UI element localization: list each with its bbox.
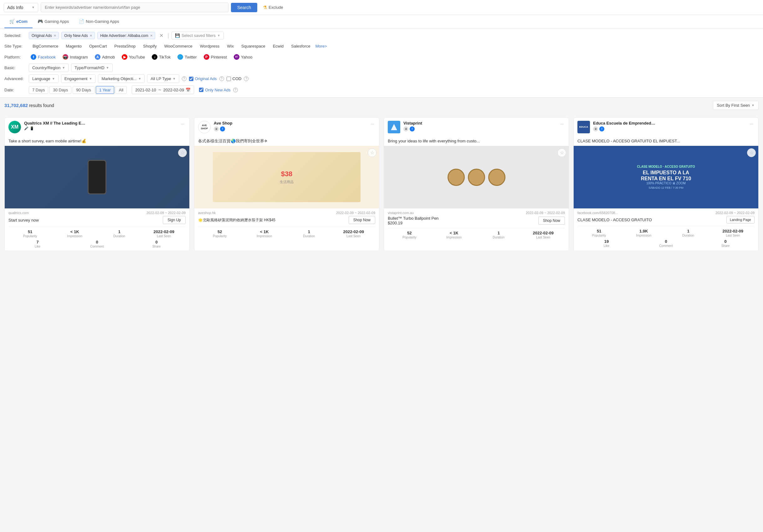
site-type-wix[interactable]: Wix xyxy=(223,42,238,51)
original-ads-checkbox-wrap[interactable]: Original Ads xyxy=(189,76,217,81)
tag-original-ads-remove[interactable]: × xyxy=(54,33,56,38)
date-90days[interactable]: 90 Days xyxy=(72,86,94,94)
site-type-bigcommerce[interactable]: BigCommerce xyxy=(29,42,62,51)
card-qualtrics-domain-row: qualtrics.com 2022-02-09 ~ 2022-02-09 xyxy=(8,211,185,215)
stat-last-seen-value: 2022-02-09 xyxy=(711,229,755,234)
language-dropdown[interactable]: Language ▼ xyxy=(29,74,58,83)
engagement-dropdown[interactable]: Engagement ▼ xyxy=(61,74,96,83)
educa-graphic: CLASE MODELO · ACCESO GRATUITO EL IMPUES… xyxy=(577,165,755,189)
date-1year[interactable]: 1 Year xyxy=(96,86,114,94)
platform-youtube[interactable]: ▶ YouTube xyxy=(120,53,147,61)
tab-gaming-apps[interactable]: 🎮 Gaming Apps xyxy=(33,15,74,28)
stat-duration: 1 Duration xyxy=(287,229,331,238)
chevron-down-icon: ▼ xyxy=(52,77,55,80)
type-format-dropdown[interactable]: Type/Format/HD ▼ xyxy=(71,63,112,72)
site-type-ecwid[interactable]: Ecwid xyxy=(269,42,287,51)
site-type-opencart[interactable]: OpenCart xyxy=(85,42,110,51)
card-qualtrics-star[interactable]: ☆ xyxy=(178,148,187,157)
site-type-squarespace[interactable]: Squarespace xyxy=(238,42,269,51)
card-ave-cta[interactable]: Shop Now xyxy=(349,216,375,224)
original-ads-help-icon[interactable]: ? xyxy=(219,76,224,81)
sticker-3 xyxy=(488,169,505,186)
basic-label: Basic: xyxy=(4,65,26,70)
date-7days[interactable]: 7 Days xyxy=(29,86,48,94)
card-educa-product-row: CLASE MODELO - ACCESO GRATUITO Landing P… xyxy=(578,216,755,223)
card-educa-more[interactable]: ··· xyxy=(749,121,755,127)
search-input-wrap xyxy=(41,3,228,12)
lp-type-help-icon[interactable]: ? xyxy=(182,76,186,81)
clear-all-button[interactable]: ✕ xyxy=(158,32,165,39)
card-qualtrics-cta[interactable]: Sign Up xyxy=(163,216,185,224)
card-educa-domain: facebook.com/65820708... xyxy=(578,211,618,215)
tag-hide-advertiser-remove[interactable]: × xyxy=(150,33,153,38)
platform-items: f Facebook 📷 Instagram A Admob ▶ YouTube… xyxy=(29,53,255,61)
only-new-ads-checkbox-wrap[interactable]: Only New Ads xyxy=(199,88,231,92)
card-ave-stats: 52 Popularity < 1K Impression 1 Duration… xyxy=(198,227,375,238)
card-qualtrics-more[interactable]: ··· xyxy=(180,121,185,127)
card-ave-more[interactable]: ··· xyxy=(369,121,375,127)
cod-checkbox[interactable] xyxy=(227,77,231,81)
marketing-objective-dropdown[interactable]: Marketing Objecti... ▼ xyxy=(98,74,145,83)
platform-tiktok[interactable]: ♪ TikTok xyxy=(150,53,172,61)
platform-twitter[interactable]: 🐦 Twitter xyxy=(175,53,198,61)
card-educa-cta[interactable]: Landing Page xyxy=(726,216,755,223)
card-qualtrics-footer: qualtrics.com 2022-02-09 ~ 2022-02-09 St… xyxy=(5,208,189,251)
stat-last-seen-value: 2022-02-09 xyxy=(522,231,565,235)
type-format-label: Type/Format/HD xyxy=(74,65,104,70)
site-type-woocommerce[interactable]: WooCommerce xyxy=(161,42,196,51)
card-vistaprint-more[interactable]: ··· xyxy=(559,121,565,127)
tag-only-new-ads-label: Only New Ads xyxy=(64,34,88,38)
only-new-ads-checkbox[interactable] xyxy=(199,88,203,92)
exclude-button[interactable]: ⚗ Exclude xyxy=(260,3,286,12)
sort-button[interactable]: Sort By First Seen ▼ xyxy=(713,101,759,110)
stat-popularity-label: Popularity xyxy=(388,236,431,239)
eng-like-value: 19 xyxy=(578,239,636,244)
tab-nongaming-apps[interactable]: 📄 Non-Gaming Apps xyxy=(74,15,124,28)
search-input[interactable] xyxy=(41,3,228,12)
original-ads-checkbox-label: Original Ads xyxy=(195,76,217,81)
date-range-picker[interactable]: 2021-02-10 ～ 2022-02-09 📅 xyxy=(132,85,194,94)
lp-type-dropdown[interactable]: All LP Type ▼ xyxy=(147,74,179,83)
educa-date: SÁBADO 12 FEB / 7:30 PM xyxy=(577,186,755,189)
site-type-magento[interactable]: Magento xyxy=(62,42,85,51)
stat-impression-label: Impression xyxy=(622,234,666,237)
more-site-types-button[interactable]: More> xyxy=(314,42,328,51)
card-ave-info: Ave Shop 🖥 f xyxy=(214,121,366,132)
date-row: Date: 7 Days 30 Days 90 Days 1 Year All … xyxy=(4,85,759,94)
tag-original-ads-label: Original Ads xyxy=(32,34,52,38)
site-type-wordpress[interactable]: Wordpress xyxy=(196,42,223,51)
site-type-shopify[interactable]: Shopify xyxy=(139,42,160,51)
stat-duration: 1 Duration xyxy=(98,229,141,238)
card-ave-img-wrap: $38 生活用品 ☆ xyxy=(194,146,379,208)
platform-pinterest[interactable]: P Pinterest xyxy=(202,53,229,61)
saved-filters-button[interactable]: 💾 Select saved filters ▼ xyxy=(171,32,224,40)
platform-admob[interactable]: A Admob xyxy=(93,53,117,61)
stat-popularity: 51 Popularity xyxy=(8,229,52,238)
tag-only-new-ads-remove[interactable]: × xyxy=(90,33,92,38)
site-type-prestashop[interactable]: PrestaShop xyxy=(110,42,139,51)
platform-instagram[interactable]: 📷 Instagram xyxy=(61,53,90,61)
date-30days[interactable]: 30 Days xyxy=(50,86,71,94)
card-ave-product-row: 🌟北歐風格矽藻泥簡約收納瀝水筷子架 HK$45 Shop Now xyxy=(198,216,375,224)
site-type-salesforce[interactable]: Salesforce xyxy=(287,42,314,51)
card-educa-star[interactable]: ☆ xyxy=(747,148,756,157)
facebook-icon: f xyxy=(31,54,36,60)
chevron-down-icon: ▼ xyxy=(62,66,65,69)
tab-ecom[interactable]: 🛒 eCom xyxy=(4,15,33,28)
stat-impression-label: Impression xyxy=(433,236,476,239)
original-ads-checkbox[interactable] xyxy=(189,77,193,81)
cod-checkbox-wrap[interactable]: COD xyxy=(227,76,242,81)
country-region-dropdown[interactable]: Country/Region ▼ xyxy=(29,63,68,72)
ads-info-dropdown[interactable]: Ads Info ▼ xyxy=(4,3,38,12)
card-educa: EDUCA Educa Escuela de Emprendedores 🖥 f… xyxy=(573,117,759,251)
search-button[interactable]: Search xyxy=(231,3,257,12)
platform-facebook[interactable]: f Facebook xyxy=(29,53,57,61)
date-all[interactable]: All xyxy=(116,86,127,94)
platform-yahoo[interactable]: Y! Yahoo xyxy=(232,53,255,61)
star-icon: ☆ xyxy=(750,150,754,156)
only-new-ads-help-icon[interactable]: ? xyxy=(233,88,238,92)
card-vistaprint-cta[interactable]: Shop Now xyxy=(538,217,565,225)
card-ave-star[interactable]: ☆ xyxy=(368,148,377,157)
card-vistaprint-star[interactable]: ☆ xyxy=(557,148,566,157)
cod-help-icon[interactable]: ? xyxy=(244,76,249,81)
